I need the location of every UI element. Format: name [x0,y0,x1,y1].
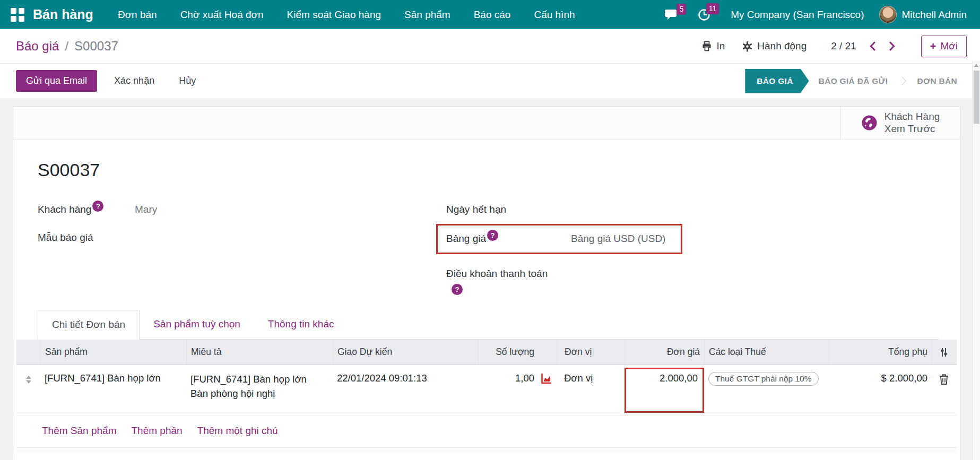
activities-badge: 11 [706,3,719,14]
breadcrumb: Báo giá / S00037 [16,39,118,54]
confirm-button[interactable]: Xác nhận [107,70,162,92]
breadcrumb-bar: Báo giá / S00037 In [0,29,980,63]
company-switcher[interactable]: My Company (San Francisco) [731,9,864,21]
customer-help-icon: ? [92,201,103,212]
plus-icon: + [930,40,936,53]
breadcrumb-parent[interactable]: Báo giá [16,39,59,54]
pricelist-value[interactable]: Bảng giá USD (USD) [571,233,665,245]
payment-terms-help-icon: ? [452,284,463,295]
gear-icon [742,41,753,52]
menu-products[interactable]: Sản phẩm [404,9,450,21]
pricelist-help-icon: ? [487,230,498,241]
cell-uom[interactable]: Đơn vị [557,372,625,384]
activities-button[interactable]: 11 [698,8,710,21]
menu-configuration[interactable]: Cấu hình [534,9,575,21]
state-separator-icon [898,77,907,85]
state-sales-order[interactable]: ĐƠN BÁN [907,76,967,86]
menu-to-invoice[interactable]: Chờ xuất Hoá đơn [180,9,264,21]
quotation-template-field-row: Mẫu báo giá [38,232,446,244]
customer-label: Khách hàng? [38,204,135,216]
pager-count: 2 / 21 [831,40,856,52]
vertical-scrollbar[interactable] [972,61,980,460]
send-by-email-button[interactable]: Gửi qua Email [16,70,97,92]
add-section-link[interactable]: Thêm phần [131,425,182,437]
avatar [879,6,897,23]
form-card-header: Khách Hàng Xem Trước [13,107,960,140]
menu-delivery-control[interactable]: Kiểm soát Giao hàng [287,9,381,21]
payment-terms-label: Điều khoản thanh toán [446,268,939,280]
table-footer-links: Thêm Sản phẩm Thêm phần Thêm một ghi chú [16,415,957,448]
statusbar: Gửi qua Email Xác nhận Hủy BÁO GIÁ BÁO G… [0,63,980,98]
print-button[interactable]: In [701,40,725,52]
order-lines-table: Sản phẩm Miêu tả Giao Dự kiến Số lượng Đ… [16,340,957,453]
cell-unit-price[interactable]: 2.000,00 [625,372,704,384]
tab-order-lines[interactable]: Chi tiết Đơn bán [38,310,140,340]
menu-orders[interactable]: Đơn bán [118,9,157,21]
user-menu[interactable]: Mitchell Admin [879,6,967,23]
cancel-button[interactable]: Hủy [171,70,203,92]
main-menu: Đơn bán Chờ xuất Hoá đơn Kiểm soát Giao … [118,9,575,21]
expiration-label: Ngày hết hạn [446,204,560,215]
cell-subtotal: $ 2.000,00 [828,372,932,384]
action-menu-button[interactable]: Hành động [742,40,806,52]
user-name: Mitchell Admin [902,9,967,21]
column-quantity: Số lượng [478,340,557,364]
state-quotation[interactable]: BÁO GIÁ [745,69,809,93]
column-scheduled-delivery: Giao Dự kiến [333,340,478,364]
table-row: [FURN_6741] Bàn họp lớn [FURN_6741] Bàn … [16,365,957,415]
tab-other-info[interactable]: Thông tin khác [254,310,348,339]
quotation-template-label: Mẫu báo giá [38,232,135,244]
column-subtotal: Tổng phụ [828,340,932,364]
forecast-chart-icon[interactable] [541,373,552,384]
tax-tag[interactable]: Thuế GTGT phải nộp 10% [708,372,819,386]
cell-taxes[interactable]: Thuế GTGT phải nộp 10% [704,372,828,386]
cell-product[interactable]: [FURN_6741] Bàn họp lớn [40,372,186,384]
content-area: Khách Hàng Xem Trước S00037 Khách hàng? … [0,98,980,460]
expiration-field-row: Ngày hết hạn [446,204,939,215]
column-unit-price: Đơn giá [625,340,704,364]
cell-scheduled-delivery[interactable]: 22/01/2024 09:01:13 [333,372,478,384]
state-quotation-sent[interactable]: BÁO GIÁ ĐÃ GỬI [809,76,898,86]
order-reference-title: S00037 [38,160,939,180]
delete-row-button[interactable] [932,372,956,385]
new-record-button[interactable]: + Mới [921,36,967,57]
field-column-right: Ngày hết hạn Bảng giá? Bảng giá USD (USD… [446,204,939,295]
table-header-row: Sản phẩm Miêu tả Giao Dự kiến Số lượng Đ… [16,340,957,365]
customer-preview-button[interactable]: Khách Hàng Xem Trước [840,107,960,139]
trash-icon [939,374,949,385]
customer-field-row: Khách hàng? Mary [38,204,446,216]
add-note-link[interactable]: Thêm một ghi chú [197,425,278,437]
customer-preview-label: Khách Hàng Xem Trước [884,111,940,135]
nav-right-group: 5 11 My Company (San Francisco) Mitchell… [664,6,967,23]
scrollbar-thumb[interactable] [974,71,979,124]
customer-value[interactable]: Mary [135,204,157,215]
pager-next-icon[interactable] [889,41,896,51]
column-product: Sản phẩm [40,340,186,364]
column-description: Miêu tả [186,340,333,364]
apps-menu-icon[interactable] [11,8,24,22]
menu-reporting[interactable]: Báo cáo [474,9,511,21]
globe-icon [861,115,878,131]
optional-columns-icon[interactable] [932,340,956,364]
pager-previous-icon[interactable] [869,41,876,51]
messages-button[interactable]: 5 [664,9,678,21]
top-nav-bar: Bán hàng Đơn bán Chờ xuất Hoá đơn Kiểm s… [0,0,980,29]
table-bottom-strip [16,448,957,453]
cell-description[interactable]: [FURN_6741] Bàn họp lớn Bàn phòng hội ng… [186,372,333,401]
form-card: Khách Hàng Xem Trước S00037 Khách hàng? … [13,106,960,460]
app-title[interactable]: Bán hàng [33,7,93,22]
row-drag-handle[interactable] [16,372,40,384]
cell-quantity[interactable]: 1,00 [478,372,557,384]
breadcrumb-current: S00037 [74,39,118,54]
add-product-link[interactable]: Thêm Sản phẩm [42,425,116,437]
record-pager: 2 / 21 [831,40,896,52]
scrollbar-up-icon[interactable] [974,64,978,67]
column-taxes: Các loại Thuế [704,340,828,364]
payment-terms-field-row: Điều khoản thanh toán ? [446,268,939,295]
breadcrumb-actions: In Hành động 2 [701,36,967,57]
state-ribbon: BÁO GIÁ BÁO GIÁ ĐÃ GỬI ĐƠN BÁN [745,69,967,93]
highlight-box-pricelist: Bảng giá? Bảng giá USD (USD) [436,224,682,254]
action-menu-label: Hành động [757,40,806,52]
pricelist-label: Bảng giá? [446,233,571,245]
tab-optional-products[interactable]: Sản phẩm tuỳ chọn [140,310,254,339]
